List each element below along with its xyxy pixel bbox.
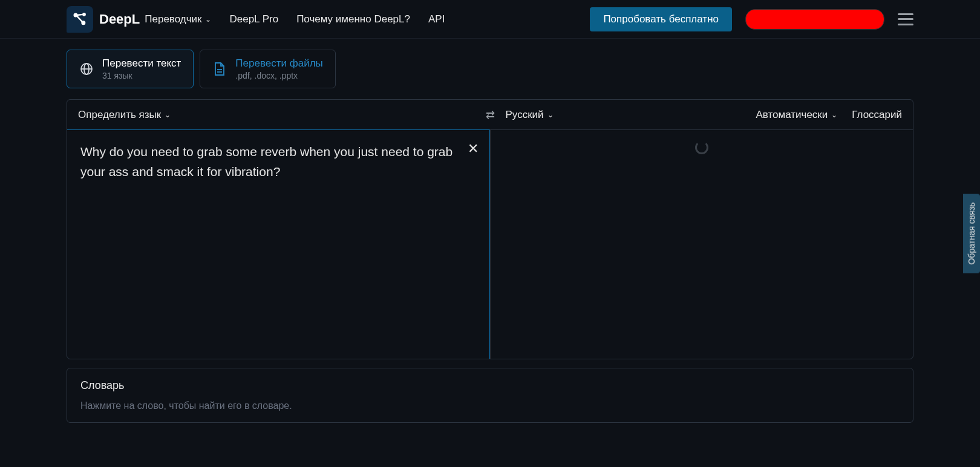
- chevron-down-icon: ⌄: [547, 111, 554, 119]
- source-language-label: Определить язык: [78, 109, 161, 121]
- main-nav: Переводчик ⌄ DeepL Pro Почему именно Dee…: [145, 13, 445, 25]
- brand-text: DeepL: [99, 11, 140, 27]
- chevron-down-icon: ⌄: [205, 15, 211, 24]
- nav-why[interactable]: Почему именно DeepL?: [296, 13, 410, 25]
- glossary-button[interactable]: Глоссарий: [852, 109, 902, 121]
- formality-label: Автоматически: [756, 109, 828, 121]
- redacted-area: [745, 9, 884, 30]
- source-text: Why do you need to grab some reverb when…: [80, 145, 452, 178]
- target-text-area: [490, 130, 913, 359]
- glossary-label: Глоссарий: [852, 109, 902, 121]
- feedback-tab[interactable]: Обратная связь: [963, 194, 980, 273]
- source-text-area[interactable]: Why do you need to grab some reverb when…: [67, 129, 490, 359]
- main-container: Перевести текст 31 язык Перевести файлы …: [0, 39, 980, 423]
- dictionary-hint: Нажмите на слово, чтобы найти его в слов…: [80, 400, 900, 411]
- translator-panes: Why do you need to grab some reverb when…: [67, 130, 913, 359]
- logo[interactable]: DeepL: [67, 6, 140, 33]
- menu-icon[interactable]: [898, 13, 913, 25]
- svg-line-3: [77, 16, 82, 22]
- try-free-button[interactable]: Попробовать бесплатно: [590, 7, 732, 31]
- header: DeepL Переводчик ⌄ DeepL Pro Почему имен…: [0, 0, 980, 39]
- tab-translate-text[interactable]: Перевести текст 31 язык: [67, 50, 194, 88]
- tab-text-sub: 31 язык: [102, 71, 181, 80]
- file-icon: [212, 62, 227, 76]
- formality-select[interactable]: Автоматически ⌄: [756, 109, 837, 121]
- svg-point-1: [83, 13, 85, 16]
- tab-files-title: Перевести файлы: [235, 57, 322, 70]
- swap-languages-button[interactable]: ⇄: [475, 108, 506, 122]
- loading-spinner-icon: [695, 141, 708, 154]
- language-bar: Определить язык ⌄ ⇄ Русский ⌄ Автоматиче…: [67, 100, 913, 130]
- target-language-label: Русский: [506, 109, 544, 121]
- chevron-down-icon: ⌄: [831, 111, 837, 119]
- tab-files-sub: .pdf, .docx, .pptx: [235, 71, 322, 80]
- svg-line-4: [77, 14, 82, 15]
- deepl-logo-icon: [67, 6, 93, 33]
- nav-translator-label: Переводчик: [145, 13, 201, 25]
- tab-text-title: Перевести текст: [102, 57, 181, 70]
- header-right: Попробовать бесплатно: [590, 7, 913, 31]
- dictionary-panel: Словарь Нажмите на слово, чтобы найти ег…: [67, 368, 913, 423]
- svg-point-2: [82, 21, 85, 24]
- nav-api[interactable]: API: [428, 13, 445, 25]
- nav-translator[interactable]: Переводчик ⌄: [145, 13, 211, 25]
- source-language-select[interactable]: Определить язык ⌄: [78, 109, 171, 121]
- clear-source-button[interactable]: ✕: [468, 139, 479, 159]
- dictionary-title: Словарь: [80, 379, 900, 392]
- translator-panel: Определить язык ⌄ ⇄ Русский ⌄ Автоматиче…: [67, 99, 913, 359]
- target-language-select[interactable]: Русский ⌄: [506, 109, 554, 121]
- mode-tabs: Перевести текст 31 язык Перевести файлы …: [67, 50, 913, 88]
- chevron-down-icon: ⌄: [165, 111, 171, 119]
- tab-translate-files[interactable]: Перевести файлы .pdf, .docx, .pptx: [200, 50, 335, 88]
- nav-pro[interactable]: DeepL Pro: [229, 13, 278, 25]
- globe-icon: [79, 62, 94, 76]
